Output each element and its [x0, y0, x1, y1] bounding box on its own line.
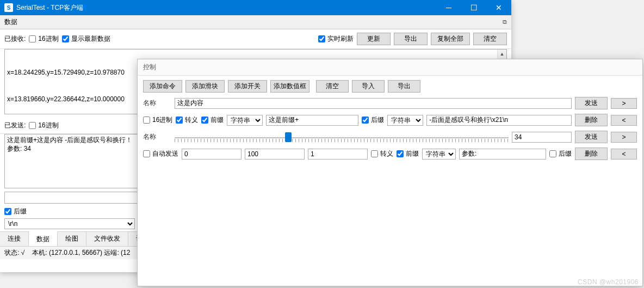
- rx-show-latest-checkbox[interactable]: 显示最新数据: [62, 34, 110, 44]
- copy-all-button[interactable]: 复制全部: [431, 33, 470, 45]
- ctrl-export-button[interactable]: 导出: [388, 80, 420, 93]
- rx-toolbar: 已接收: 16进制 显示最新数据 实时刷新 更新 导出 复制全部 清空: [0, 29, 511, 49]
- titlebar[interactable]: S SerialTest - TCP客户端 ─ ☐ ✕: [0, 0, 511, 15]
- update-button[interactable]: 更新: [357, 33, 391, 45]
- ctrl-import-button[interactable]: 导入: [352, 80, 385, 93]
- sent-label: 已发送:: [4, 121, 26, 130]
- slider-expand-right-button[interactable]: >: [611, 132, 637, 143]
- num-prefix-type-select[interactable]: 字符串: [422, 149, 456, 160]
- add-slider-button[interactable]: 添加滑块: [185, 80, 225, 93]
- clear-button[interactable]: 清空: [473, 33, 507, 45]
- ctrl-clear-button[interactable]: 清空: [316, 80, 349, 93]
- data-pane-title: 数据: [4, 17, 17, 27]
- numbox-row: 自动发送 转义 前缀 字符串 后缀 删除 <: [143, 148, 637, 160]
- suffix-select[interactable]: \r\n: [4, 218, 135, 229]
- tab-data[interactable]: 数据: [29, 231, 58, 246]
- num-collapse-left-button[interactable]: <: [611, 149, 637, 160]
- status-state: 状态: √: [4, 248, 24, 258]
- add-row: 添加命令 添加滑块 添加开关 添加数值框 清空 导入 导出: [143, 80, 637, 93]
- cmd-prefix-checkbox[interactable]: 前缀: [201, 115, 224, 125]
- status-local: 本机: (127.0.0.1, 56667) 远端: (12: [32, 248, 130, 258]
- cmd-delete-button[interactable]: 删除: [575, 114, 608, 126]
- cmd-prefix-input[interactable]: [266, 115, 358, 126]
- slider-name-label: 名称: [143, 132, 171, 142]
- tab-filetx[interactable]: 文件收发: [86, 232, 128, 246]
- slider-value-input[interactable]: [512, 132, 572, 143]
- num-min-input[interactable]: [182, 149, 242, 160]
- control-body: 添加命令 添加滑块 添加开关 添加数值框 清空 导入 导出 名称 发送 > 16…: [138, 76, 642, 164]
- num-step-input[interactable]: [308, 149, 368, 160]
- cmd-suffix-checkbox[interactable]: 后缀: [362, 115, 384, 125]
- num-prefix-input[interactable]: [459, 149, 546, 160]
- tx-text: 这是前缀+这是内容 -后面是感叹号和换行！ 参数: 34: [7, 136, 132, 152]
- add-cmd-button[interactable]: 添加命令: [143, 80, 182, 93]
- tx-hex-checkbox[interactable]: 16进制: [29, 121, 58, 130]
- rx-hex-checkbox[interactable]: 16进制: [29, 34, 58, 44]
- slider-send-button[interactable]: 发送: [575, 131, 608, 143]
- minimize-button[interactable]: ─: [436, 0, 461, 15]
- slider-track[interactable]: [175, 131, 509, 143]
- cmd-detail-row: 16进制 转义 前缀 字符串 后缀 字符串 删除 <: [143, 114, 637, 126]
- cmd-prefix-type-select[interactable]: 字符串: [227, 115, 263, 126]
- window-title: SerialTest - TCP客户端: [16, 3, 436, 13]
- add-switch-button[interactable]: 添加开关: [228, 80, 267, 93]
- cmd-name-row: 名称 发送 >: [143, 97, 637, 109]
- undock-icon[interactable]: ⧉: [503, 19, 507, 26]
- cmd-send-button[interactable]: 发送: [575, 97, 608, 109]
- app-icon: S: [4, 3, 13, 12]
- tab-connect[interactable]: 连接: [0, 232, 29, 246]
- cmd-name-label: 名称: [143, 99, 171, 108]
- slider-thumb[interactable]: [285, 132, 292, 142]
- auto-send-checkbox[interactable]: 自动发送: [143, 149, 178, 158]
- tab-plot[interactable]: 绘图: [58, 232, 86, 246]
- cmd-suffix-input[interactable]: [426, 115, 572, 126]
- num-delete-button[interactable]: 删除: [575, 148, 608, 160]
- cmd-name-input[interactable]: [175, 98, 572, 109]
- data-pane-header: 数据 ⧉: [0, 15, 511, 29]
- scroll-up-icon[interactable]: ▲: [500, 50, 505, 58]
- num-escape-checkbox[interactable]: 转义: [371, 149, 393, 158]
- window-controls: ─ ☐ ✕: [436, 0, 511, 15]
- add-numbox-button[interactable]: 添加数值框: [270, 80, 309, 93]
- cmd-collapse-left-button[interactable]: <: [611, 115, 637, 126]
- received-label: 已接收:: [4, 34, 26, 44]
- rx-realtime-checkbox[interactable]: 实时刷新: [318, 34, 354, 44]
- export-button[interactable]: 导出: [394, 33, 428, 45]
- cmd-hex-checkbox[interactable]: 16进制: [143, 115, 172, 125]
- cmd-escape-checkbox[interactable]: 转义: [176, 115, 198, 125]
- control-header[interactable]: 控制: [138, 59, 642, 76]
- slider-row: 名称 发送 >: [143, 131, 637, 143]
- close-button[interactable]: ✕: [486, 0, 511, 15]
- cmd-expand-right-button[interactable]: >: [611, 98, 637, 109]
- num-max-input[interactable]: [245, 149, 305, 160]
- num-suffix-checkbox[interactable]: 后缀: [549, 149, 572, 158]
- maximize-button[interactable]: ☐: [461, 0, 486, 15]
- cmd-suffix-type-select[interactable]: 字符串: [387, 115, 423, 126]
- num-prefix-checkbox[interactable]: 前缀: [397, 149, 419, 158]
- control-window: 控制 添加命令 添加滑块 添加开关 添加数值框 清空 导入 导出 名称 发送 >…: [137, 59, 643, 286]
